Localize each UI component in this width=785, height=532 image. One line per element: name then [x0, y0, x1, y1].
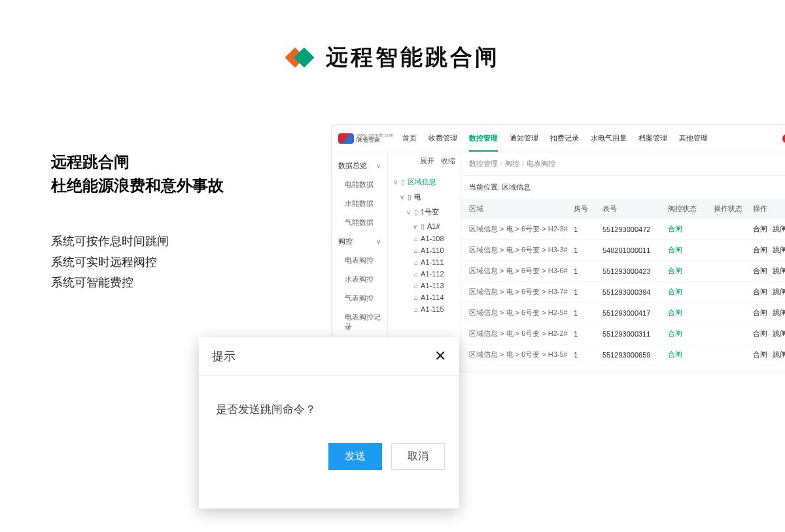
- sidebar-item[interactable]: 水表阀控: [332, 270, 387, 289]
- chevron-down-icon: ∨: [376, 162, 381, 169]
- tree-node[interactable]: ∨▯电: [388, 190, 461, 205]
- sidebar-group[interactable]: 阀控∨: [332, 232, 387, 251]
- close-switch-link[interactable]: 合闸: [753, 308, 767, 318]
- notification-badge-icon[interactable]: [782, 134, 785, 143]
- table-row: 区域信息 > 电 > 6号变 > H3-3#1548201000011合闸合闸跳…: [461, 240, 785, 261]
- tree-leaf[interactable]: ⌂A1-113: [388, 280, 461, 291]
- sidebar-item[interactable]: 气表阀控: [332, 289, 387, 308]
- nav-item[interactable]: 首页: [402, 125, 417, 152]
- page-title: 远程智能跳合闸: [326, 42, 500, 73]
- tree-leaf[interactable]: ⌂A1-112: [388, 268, 461, 280]
- nav-item[interactable]: 扣费记录: [550, 125, 579, 152]
- breadcrumb: 数控管理/阀控/电表阀控: [461, 152, 785, 176]
- page-next[interactable]: 下一页: [615, 372, 647, 373]
- mk-line: 系统可实时远程阀控: [51, 252, 224, 273]
- tree-node[interactable]: ∨▯A1#: [388, 220, 461, 233]
- trip-switch-link[interactable]: 跳闸: [773, 308, 785, 318]
- nav-item[interactable]: 其他管理: [679, 125, 708, 152]
- close-switch-link[interactable]: 合闸: [753, 245, 767, 255]
- mk-line: 系统可按作息时间跳闸: [51, 231, 224, 252]
- trip-switch-link[interactable]: 跳闸: [773, 266, 785, 276]
- mk-h1-line1: 远程跳合闸: [51, 153, 130, 171]
- marketing-copy: 远程跳合闸杜绝能源浪费和意外事故 系统可按作息时间跳闸 系统可实时远程阀控 系统…: [51, 150, 224, 293]
- brand[interactable]: www.cqymdb.com咪雀管家: [338, 133, 393, 144]
- trip-switch-link[interactable]: 跳闸: [773, 245, 785, 255]
- close-switch-link[interactable]: 合闸: [753, 329, 767, 339]
- table-row: 区域信息 > 电 > 6号变 > H3-5#1551293000659合闸合闸跳…: [461, 344, 785, 365]
- trip-switch-link[interactable]: 跳闸: [773, 350, 785, 359]
- sidebar-item[interactable]: 电能数据: [332, 175, 387, 194]
- home-icon: ⌂: [414, 294, 418, 301]
- nav-item[interactable]: 通知管理: [510, 125, 538, 152]
- tree-leaf[interactable]: ⌂A1-108: [388, 233, 461, 244]
- trip-switch-link[interactable]: 跳闸: [773, 329, 785, 339]
- close-switch-link[interactable]: 合闸: [753, 350, 767, 359]
- home-icon: ⌂: [414, 247, 418, 254]
- sidebar-item[interactable]: 气能数据: [332, 213, 387, 232]
- close-icon[interactable]: ✕: [434, 348, 446, 365]
- nav-item[interactable]: 数控管理: [469, 125, 498, 152]
- trip-switch-link[interactable]: 跳闸: [773, 287, 785, 297]
- home-icon: ⌂: [414, 282, 418, 290]
- main-panel: 数控管理/阀控/电表阀控 当前位置: 区域信息 区域 房号 表号 阀控状态 操作…: [461, 152, 785, 372]
- brand-icon: [338, 133, 354, 144]
- cancel-button[interactable]: 取消: [391, 443, 445, 470]
- chevron-down-icon: ∨: [376, 238, 381, 245]
- nav-item[interactable]: 水电气用量: [591, 125, 627, 152]
- sidebar-item[interactable]: 电表阀控记录: [332, 308, 387, 337]
- home-icon: ⌂: [414, 306, 418, 313]
- page-size-select[interactable]: 20 条/页: [684, 372, 736, 373]
- building-icon: ▯: [414, 208, 418, 216]
- pagination: 上一页 12345...15 下一页 共 286 条 20 条/页 ⟳ 到第 页…: [461, 365, 785, 373]
- dialog-title: 提示: [212, 348, 236, 364]
- home-icon: ⌂: [414, 259, 418, 266]
- page-prev[interactable]: 上一页: [469, 372, 501, 373]
- tree-leaf[interactable]: ⌂A1-110: [388, 244, 461, 256]
- table-row: 区域信息 > 电 > 6号变 > H2-3#1551293000472合闸合闸跳…: [461, 219, 785, 240]
- folder-icon: ▯: [421, 223, 425, 230]
- app-screenshot: www.cqymdb.com咪雀管家 首页收费管理数控管理通知管理扣费记录水电气…: [331, 124, 785, 373]
- tree-leaf[interactable]: ⌂A1-115: [388, 303, 461, 315]
- brand-text: www.cqymdb.com咪雀管家: [357, 133, 393, 144]
- nav-item[interactable]: 收费管理: [428, 125, 457, 152]
- tree-leaf[interactable]: ⌂A1-111: [388, 256, 461, 268]
- logo-icon: [285, 47, 314, 68]
- sidebar-item[interactable]: 电表阀控: [332, 251, 387, 270]
- confirm-dialog: 提示 ✕ 是否发送跳闸命令？ 发送 取消: [199, 337, 459, 508]
- tree-node-root[interactable]: ∨▯区域信息: [388, 175, 461, 190]
- mk-h1-line2: 杜绝能源浪费和意外事故: [51, 176, 224, 194]
- folder-icon: ▯: [408, 193, 411, 201]
- tree-leaf[interactable]: ⌂A1-114: [388, 291, 461, 303]
- nav-item[interactable]: 档案管理: [638, 125, 667, 152]
- close-switch-link[interactable]: 合闸: [753, 266, 767, 276]
- close-switch-link[interactable]: 合闸: [753, 224, 767, 234]
- tree-node[interactable]: ∨▯1号变: [388, 205, 461, 220]
- close-switch-link[interactable]: 合闸: [753, 287, 767, 297]
- home-icon: ⌂: [414, 235, 418, 242]
- tree-collapse-all[interactable]: 收缩: [441, 156, 455, 166]
- home-icon: ⌂: [414, 271, 418, 278]
- trip-switch-link[interactable]: 跳闸: [773, 224, 785, 234]
- table-row: 区域信息 > 电 > 6号变 > H2-5#1551293000417合闸合闸跳…: [461, 303, 785, 324]
- current-location: 当前位置: 区域信息: [461, 176, 785, 199]
- folder-icon: ▯: [401, 178, 405, 186]
- table-row: 区域信息 > 电 > 6号变 > H3-7#1551293000394合闸合闸跳…: [461, 282, 785, 303]
- table-row: 区域信息 > 电 > 6号变 > H2-2#1551293000311合闸合闸跳…: [461, 324, 785, 344]
- table-row: 区域信息 > 电 > 6号变 > H3-6#1551293000423合闸合闸跳…: [461, 261, 785, 282]
- sidebar-item[interactable]: 水能数据: [332, 194, 387, 213]
- table-header: 区域 房号 表号 阀控状态 操作状态 操作: [461, 199, 785, 219]
- sidebar-group[interactable]: 数据总览∨: [332, 156, 387, 175]
- tree-expand-all[interactable]: 展开: [420, 156, 434, 166]
- mk-line: 系统可智能费控: [51, 273, 224, 293]
- dialog-body: 是否发送跳闸命令？: [199, 376, 459, 443]
- send-button[interactable]: 发送: [328, 443, 382, 470]
- top-nav: www.cqymdb.com咪雀管家 首页收费管理数控管理通知管理扣费记录水电气…: [332, 125, 785, 152]
